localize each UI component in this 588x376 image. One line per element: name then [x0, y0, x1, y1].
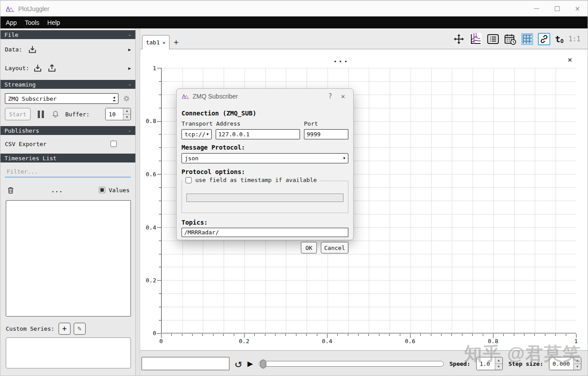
- timestamp-checkbox[interactable]: [185, 177, 192, 183]
- watermark-text: 知乎 @君莫笑: [464, 341, 581, 366]
- csv-exporter-row: CSV Exporter: [0, 139, 135, 149]
- spin-down-icon[interactable]: ▼: [123, 115, 130, 120]
- csv-exporter-checkbox[interactable]: [110, 141, 117, 147]
- pencil-icon: ✎: [78, 325, 82, 332]
- notification-bell-icon[interactable]: [51, 110, 60, 119]
- port-input[interactable]: [304, 129, 348, 139]
- plot-close-icon[interactable]: ✕: [568, 55, 572, 64]
- collapse-icon[interactable]: -: [128, 81, 131, 88]
- custom-series-label: Custom Series:: [6, 325, 55, 332]
- address-label: Address: [216, 120, 304, 127]
- data-row: Data: ▶: [0, 44, 135, 55]
- streaming-source-select[interactable]: ZMQ Subscriber ▼: [5, 93, 118, 104]
- topics-input[interactable]: [182, 228, 348, 237]
- plot-menu-dots[interactable]: ...: [333, 55, 349, 64]
- start-button-label: Start: [9, 111, 26, 118]
- trash-icon[interactable]: [6, 186, 15, 195]
- collapse-icon[interactable]: -: [128, 32, 131, 38]
- filter-input[interactable]: [5, 166, 131, 178]
- panel-splitter[interactable]: [136, 28, 140, 376]
- plus-icon: +: [62, 324, 67, 333]
- section-title-timeseries: Timeseries List: [4, 155, 56, 162]
- pause-icon[interactable]: [38, 111, 44, 118]
- section-header-publishers[interactable]: Publishers -: [0, 126, 135, 135]
- y-tick-label: 0.4: [140, 224, 156, 231]
- tab-label: tab1: [146, 39, 160, 46]
- topics-heading: Topics:: [182, 219, 348, 226]
- zoom-ratio-label[interactable]: 1:1: [568, 35, 580, 43]
- x-axis-major-ticks: [161, 334, 576, 338]
- tab-tab1[interactable]: tab1 ✕: [142, 35, 170, 49]
- tracker-line-icon[interactable]: 1: [470, 33, 482, 45]
- chevron-down-icon: ▼: [343, 156, 345, 160]
- cancel-button[interactable]: Cancel: [321, 242, 348, 253]
- timeline-slider-handle[interactable]: [260, 360, 266, 368]
- section-header-file[interactable]: File -: [0, 30, 135, 39]
- x-tick-label: 0: [159, 338, 163, 344]
- titlebar: PlotJuggler ✕: [0, 0, 588, 16]
- link-axes-icon[interactable]: [538, 33, 550, 45]
- buffer-label: Buffer:: [65, 111, 90, 118]
- time-display-input[interactable]: [142, 357, 229, 370]
- dialog-titlebar[interactable]: ZMQ Subscriber ? ✕: [177, 89, 353, 103]
- connection-heading: Connection (ZMQ_SUB): [182, 110, 348, 117]
- y-axis-major-ticks: [157, 68, 161, 334]
- options-heading: Protocol options:: [182, 168, 348, 175]
- timeseries-list[interactable]: [6, 200, 131, 317]
- custom-series-list[interactable]: [6, 337, 131, 368]
- protocol-heading: Message Protocol:: [182, 144, 348, 151]
- data-expand-icon[interactable]: ▶: [128, 47, 131, 52]
- tabbar: tab1 ✕ +: [140, 28, 588, 49]
- load-layout-icon[interactable]: [33, 63, 43, 73]
- app-logo-icon: [6, 5, 15, 12]
- timestamp-field-input[interactable]: [186, 194, 343, 202]
- ok-button[interactable]: OK: [301, 242, 317, 253]
- minimize-button[interactable]: [526, 1, 547, 16]
- t0-subscript: O: [560, 38, 564, 44]
- x-tick-label: 0.4: [322, 338, 332, 344]
- values-label: Values: [109, 187, 130, 194]
- add-tab-button[interactable]: +: [170, 35, 183, 49]
- address-input[interactable]: [216, 129, 300, 139]
- dialog-close-button[interactable]: ✕: [338, 92, 348, 100]
- timeseries-menu-dots[interactable]: ...: [51, 187, 63, 194]
- tab-close-icon[interactable]: ✕: [162, 40, 166, 46]
- cancel-button-label: Cancel: [324, 245, 345, 251]
- gear-icon[interactable]: [122, 94, 131, 103]
- dialog-help-button[interactable]: ?: [325, 92, 335, 100]
- start-button[interactable]: Start: [5, 108, 31, 120]
- loop-icon[interactable]: ↺: [235, 358, 242, 369]
- transport-value: tcp://: [185, 131, 205, 138]
- protocol-select[interactable]: json ▼: [182, 153, 348, 163]
- buffer-stepper[interactable]: 10 ▲ ▼: [105, 108, 131, 120]
- spin-up-icon[interactable]: ▲: [123, 108, 130, 115]
- values-checkbox[interactable]: [99, 187, 105, 193]
- timeline-slider[interactable]: [259, 361, 444, 367]
- save-layout-icon[interactable]: [47, 63, 57, 73]
- time-offset-icon[interactable]: tO: [555, 34, 564, 44]
- datetime-icon[interactable]: [504, 33, 517, 45]
- menu-tools[interactable]: Tools: [25, 19, 39, 26]
- close-window-button[interactable]: ✕: [567, 1, 588, 16]
- add-custom-series-button[interactable]: +: [59, 323, 71, 335]
- tracker-badge: 1: [475, 33, 478, 38]
- pan-move-icon[interactable]: [453, 33, 465, 45]
- menu-app[interactable]: App: [6, 19, 17, 26]
- play-icon[interactable]: ▶: [247, 359, 253, 368]
- transport-label: Transport: [182, 120, 216, 127]
- transport-select[interactable]: tcp:// ▼: [182, 129, 212, 139]
- csv-exporter-label: CSV Exporter: [5, 141, 47, 147]
- maximize-button[interactable]: [547, 1, 567, 16]
- collapse-icon[interactable]: -: [128, 127, 131, 134]
- y-tick-label: 0.8: [140, 118, 156, 124]
- edit-custom-series-button[interactable]: ✎: [74, 323, 86, 335]
- x-tick-label: 0.2: [239, 338, 249, 344]
- section-header-timeseries[interactable]: Timeseries List: [0, 154, 135, 162]
- load-data-icon[interactable]: [28, 45, 37, 55]
- section-header-streaming[interactable]: Streaming -: [0, 80, 135, 89]
- curve-list-icon[interactable]: [487, 33, 499, 45]
- layout-expand-icon[interactable]: ▶: [128, 66, 131, 71]
- x-tick-label: 0.6: [405, 338, 415, 344]
- grid-toggle-icon[interactable]: [521, 33, 533, 45]
- menu-help[interactable]: Help: [47, 19, 60, 26]
